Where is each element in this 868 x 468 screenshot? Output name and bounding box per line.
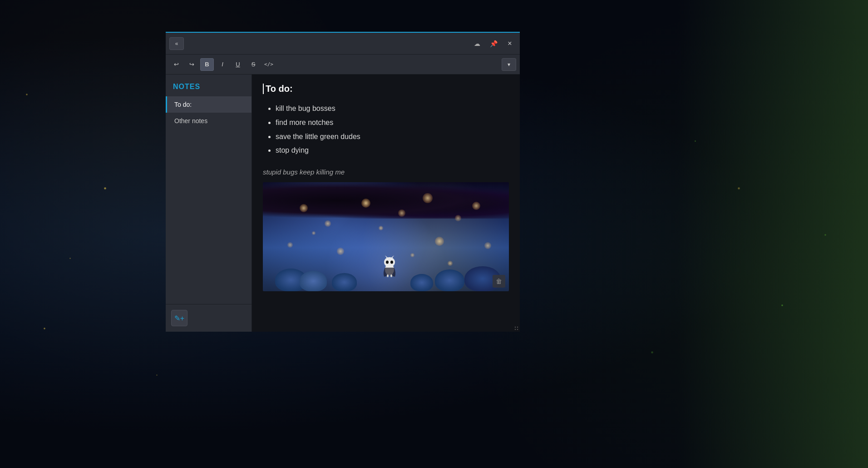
collapse-button[interactable]: «: [169, 37, 184, 50]
svg-point-6: [515, 327, 516, 328]
svg-point-7: [517, 327, 518, 328]
code-icon: </>: [264, 61, 273, 67]
dropdown-icon: ▾: [508, 61, 510, 68]
strikethrough-icon: S: [252, 61, 256, 68]
list-item: kill the bug bosses: [276, 102, 509, 115]
game-screenshot: 🗑: [263, 182, 509, 291]
format-dropdown-button[interactable]: ▾: [502, 58, 516, 71]
orb-decoration: [337, 248, 344, 255]
note-title: To do:: [263, 84, 509, 94]
orb-decoration: [410, 253, 414, 257]
creature-decoration: [410, 274, 433, 291]
top-toolbar: « ☁ 📌 ×: [166, 33, 520, 55]
resize-handle[interactable]: [513, 324, 520, 332]
orb-decoration: [435, 237, 444, 246]
orb-decoration: [325, 220, 331, 227]
list-item: find more notches: [276, 116, 509, 129]
undo-button[interactable]: ↩: [169, 58, 183, 71]
svg-point-2: [386, 261, 389, 264]
cloud-decoration: [263, 182, 509, 219]
orb-decoration: [312, 231, 316, 235]
hollow-knight-character: [380, 255, 399, 278]
orb-decoration: [379, 226, 383, 230]
collapse-icon: «: [175, 40, 178, 47]
orb-decoration: [484, 242, 491, 249]
orb-decoration: [455, 215, 461, 221]
cloud-sync-button[interactable]: ☁: [471, 37, 483, 50]
note-editor[interactable]: To do: kill the bug bosses find more not…: [252, 75, 520, 332]
redo-button[interactable]: ↪: [185, 58, 198, 71]
format-toolbar: ↩ ↪ B I U S </> ▾: [166, 55, 520, 75]
list-item: save the little green dudes: [276, 130, 509, 144]
close-button[interactable]: ×: [503, 37, 516, 50]
notes-panel: « ☁ 📌 × ↩ ↪ B I U: [166, 32, 520, 332]
underline-button[interactable]: U: [231, 58, 245, 71]
svg-point-8: [515, 329, 516, 330]
bold-button[interactable]: B: [200, 58, 214, 71]
orb-decoration: [287, 242, 293, 248]
svg-point-1: [384, 257, 395, 267]
list-item: stop dying: [276, 144, 509, 157]
note-caption: stupid bugs keep killing me: [263, 168, 509, 176]
close-icon: ×: [508, 40, 512, 48]
screenshot-image: 🗑: [263, 182, 509, 291]
bold-icon: B: [205, 61, 209, 68]
code-button[interactable]: </>: [262, 58, 276, 71]
content-area: NOTES To do: Other notes ✎+ To do: kill …: [166, 75, 520, 332]
redo-icon: ↪: [189, 61, 194, 68]
sidebar-item-other[interactable]: Other notes: [166, 113, 252, 129]
creature-decoration: [332, 273, 357, 291]
orb-decoration: [448, 261, 453, 266]
orb-decoration: [361, 199, 370, 208]
svg-rect-4: [387, 274, 389, 277]
new-note-icon: ✎+: [174, 314, 184, 323]
svg-rect-5: [390, 274, 392, 277]
trash-icon: 🗑: [496, 278, 502, 285]
new-note-button[interactable]: ✎+: [171, 310, 187, 326]
sidebar-item-todo[interactable]: To do:: [166, 96, 252, 113]
italic-icon: I: [222, 61, 223, 68]
italic-button[interactable]: I: [216, 58, 229, 71]
notes-sidebar: NOTES To do: Other notes ✎+: [166, 75, 252, 332]
strikethrough-button[interactable]: S: [247, 58, 260, 71]
note-list: kill the bug bosses find more notches sa…: [263, 102, 509, 157]
svg-point-9: [517, 329, 518, 330]
undo-icon: ↩: [174, 61, 179, 68]
pin-icon: 📌: [490, 40, 498, 47]
cloud-icon: ☁: [474, 40, 480, 47]
toolbar-right: ☁ 📌 ×: [471, 37, 516, 50]
sidebar-item-other-label: Other notes: [174, 117, 207, 124]
creature-decoration: [435, 269, 464, 291]
underline-icon: U: [236, 61, 240, 68]
pin-button[interactable]: 📌: [487, 37, 500, 50]
screenshot-delete-button[interactable]: 🗑: [493, 275, 505, 288]
orb-decoration: [472, 202, 480, 210]
sidebar-item-todo-label: To do:: [174, 101, 192, 108]
sidebar-title: NOTES: [166, 75, 252, 96]
sidebar-bottom: ✎+: [166, 304, 252, 332]
creature-decoration: [300, 271, 327, 291]
svg-point-3: [390, 261, 393, 264]
resize-icon: [514, 326, 519, 331]
